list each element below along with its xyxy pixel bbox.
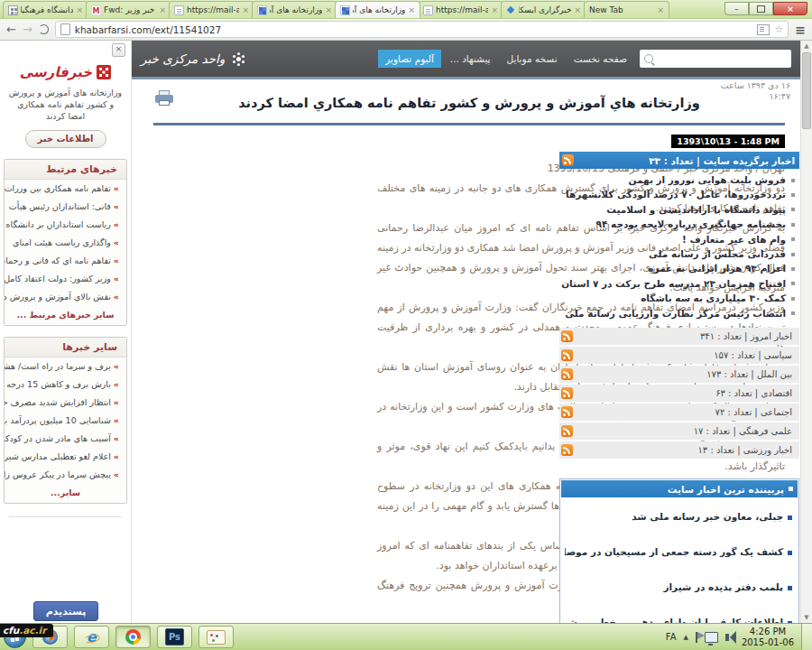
rss-category-row[interactable]: اخبار امروز | تعداد : ۳۴۱ (559, 328, 799, 345)
tab-close-icon[interactable]: × (76, 6, 83, 14)
taskbar-chrome-button[interactable] (115, 626, 151, 648)
more-other-link[interactable]: سایر... (5, 484, 126, 503)
forward-icon[interactable]: → (23, 23, 32, 35)
related-link[interactable]: »ریاست استانداران بر دانشگاه (5, 216, 126, 234)
other-news-link[interactable]: »برف و سرما در راه است/ هشدار (5, 358, 126, 376)
tab-new-tab[interactable]: New Tab × (584, 1, 669, 18)
rss-icon[interactable] (561, 444, 573, 456)
rss-icon[interactable] (561, 425, 573, 437)
related-link[interactable]: »تفاهم نامه همکاری بین وزرات (5, 180, 126, 198)
news-link[interactable]: بخشنامه جهانگیری درباره لایحه بودجه ۹۴ (561, 217, 798, 231)
rss-icon[interactable] (561, 349, 573, 361)
restore-button[interactable] (749, 2, 773, 15)
related-link[interactable]: »فانی: استانداران رئیس هیأت (5, 198, 126, 216)
site-logo[interactable]: واحد مرکزی خبر (141, 51, 247, 68)
news-link[interactable]: جبلی، معاون خبر رسانه ملی شد (565, 511, 792, 522)
show-desktop-button[interactable] (801, 624, 812, 650)
close-button[interactable]: × (773, 2, 807, 15)
back-icon[interactable]: ← (6, 23, 16, 35)
rss-icon[interactable] (562, 154, 574, 166)
taskbar-photoshop-button[interactable]: Ps (157, 626, 192, 648)
related-link[interactable]: »نقش بالای آموزش و پرورش در (5, 288, 126, 306)
tab-close-icon[interactable]: × (242, 6, 249, 14)
clock[interactable]: 4:26 PM 2015-01-06 (742, 627, 794, 648)
news-link[interactable]: کشف یک گور دسته جمعی از مسیحیان در موصل (565, 546, 792, 557)
tab-daneshgah[interactable]: دانشگاه فرهنگیان × (3, 1, 88, 18)
news-link[interactable]: فروش بلیت هوایی نوروز از بهمن (561, 172, 798, 187)
other-news-link[interactable]: »آسیب های مادر شدن در کودکی/ (5, 430, 126, 448)
news-link[interactable]: قدردانی مجلس از رسانه ملی (561, 246, 798, 261)
like-button[interactable]: پسندیدم (33, 601, 98, 621)
tab-close-icon[interactable]: × (491, 6, 498, 14)
bookmark-star-icon[interactable]: ☆ (774, 23, 783, 35)
volume-icon[interactable] (725, 634, 729, 641)
rss-icon[interactable] (561, 330, 573, 342)
translate-icon[interactable] (757, 24, 770, 35)
more-related-link[interactable]: سایر خبرهای مرتبط ... (5, 306, 126, 325)
tab-close-icon[interactable]: × (408, 6, 415, 14)
rss-category-row[interactable]: سیاسی | تعداد : ۱۵۷ (559, 347, 799, 364)
related-link[interactable]: »واگذاری ریاست هیئت امنای (5, 234, 126, 252)
rss-category-row[interactable]: اقتصادی | تعداد : ۶۳ (559, 385, 799, 402)
scroll-down-icon[interactable]: ▼ (801, 612, 812, 623)
other-news-link[interactable]: »پیچش سرما در پیکر عروس زاگرس (5, 466, 126, 484)
tab-gmail[interactable]: M Fwd: اس خبر وزیر × (86, 1, 171, 18)
news-link[interactable]: کمک ۳۰ میلیاردی به سه باشگاه (561, 291, 798, 305)
rss-category-row[interactable]: علمی فرهنگی | تعداد : ۱۷ (559, 422, 799, 440)
taskbar-paint-button[interactable] (198, 626, 234, 648)
reload-icon[interactable] (39, 24, 49, 34)
tab-close-icon[interactable]: × (657, 6, 664, 14)
taskbar-ie-button[interactable]: e (74, 626, 109, 648)
nav-photo-album[interactable]: آلبوم تصاویر (378, 50, 441, 68)
tab-mail-att-2[interactable]: https://mail-att × (418, 1, 503, 18)
other-news-link[interactable]: »انتظار افزایش شدید مصرف حامل (5, 394, 126, 412)
khabarfarsi-logo[interactable]: خبرفارسی (5, 64, 125, 80)
address-bar[interactable]: khabarfarsi.com/ext/11541027 ☆ (55, 21, 789, 38)
tab-close-icon[interactable]: × (159, 6, 166, 14)
other-news-link[interactable]: »بارش برف و کاهش 15 درجه ای دما (5, 376, 126, 394)
news-link[interactable]: اطلاعات کارفرمایان دارای بدهی بر خط می ش… (565, 617, 792, 623)
chrome-menu-icon[interactable]: ≡ (795, 23, 806, 37)
related-link[interactable]: »وزیر کشور: دولت اعتقاد کامل به (5, 270, 126, 288)
search-input[interactable] (657, 51, 787, 66)
hidden-icons-icon[interactable]: ▲ (683, 634, 687, 641)
rss-category-row[interactable]: اجتماعی | تعداد : ۷۲ (559, 404, 799, 421)
related-link[interactable]: »تفاهم نامه ای که فانی و رحمانی (5, 252, 126, 270)
page-icon (60, 23, 70, 35)
network-icon[interactable] (705, 632, 718, 643)
other-news-link[interactable]: »شناسایی 10 میلیون پردرآمد برای (5, 412, 126, 430)
news-link[interactable]: ترددخودروها، عامل ۷۰ درصد آلودگی کلانشهر… (561, 187, 798, 201)
news-info-button[interactable]: اطلاعات خبر (25, 130, 106, 148)
tab-vezaratkhane-1[interactable]: وزارتخانه های آمو × (252, 1, 337, 18)
rss-category-row[interactable]: اخبار ورزشی | تعداد : ۱۳ (559, 441, 799, 459)
language-indicator[interactable]: FA (666, 632, 677, 642)
news-link[interactable]: پیوند دانشگاه با آزاداندیشی و اسلامیت (561, 202, 798, 217)
rss-icon[interactable] (561, 387, 573, 399)
rss-icon[interactable] (561, 406, 573, 418)
news-link[interactable]: پلمپ دفتر پدیده در شیراز (565, 581, 792, 592)
rss-category-row[interactable]: بین الملل | تعداد : ۱۷۳ (559, 366, 799, 383)
nav-suggest[interactable]: پیشنهاد ... (443, 50, 498, 68)
tab-vezaratkhane-active[interactable]: وزارتخانه های آمر × (335, 1, 420, 18)
scroll-up-icon[interactable]: ▲ (801, 41, 812, 51)
page-scrollbar[interactable]: ▲ ▼ (800, 41, 812, 623)
other-news-link[interactable]: »اعلام لغو تعطیلی مدارس شیراز و (5, 448, 126, 466)
url-text[interactable]: khabarfarsi.com/ext/11541027 (75, 24, 221, 35)
print-icon[interactable] (155, 90, 173, 106)
news-link[interactable]: اعزام ۹۳ هزار ایرانی به عمره (561, 261, 798, 275)
news-link[interactable]: وام های غیر متعارف ! (561, 232, 798, 246)
tab-mail-att-1[interactable]: https://mail-att × (169, 1, 254, 18)
scrollbar-thumb[interactable] (802, 52, 811, 129)
site-search-box[interactable] (640, 50, 791, 68)
minimize-button[interactable]: – (724, 2, 749, 15)
nav-mobile[interactable]: نسخه موبایل (500, 50, 565, 68)
tab-iska-news[interactable]: خبرگزاری ایسکان × (501, 1, 586, 18)
tab-close-icon[interactable]: × (325, 6, 332, 14)
action-center-flag-icon[interactable] (696, 632, 697, 643)
news-link[interactable]: انتصاب رئیس مرکز نظارت وارزیابی رسانه مل… (561, 306, 798, 320)
tab-close-icon[interactable]: × (574, 6, 581, 14)
nav-home[interactable]: صفحه نخست (567, 50, 634, 68)
news-link[interactable]: افتتاح همزمان ۲۳ مدرسه طرح برکت در ۷ است… (561, 276, 798, 291)
panel-close-icon[interactable]: × (112, 43, 125, 57)
rss-icon[interactable] (561, 368, 573, 380)
